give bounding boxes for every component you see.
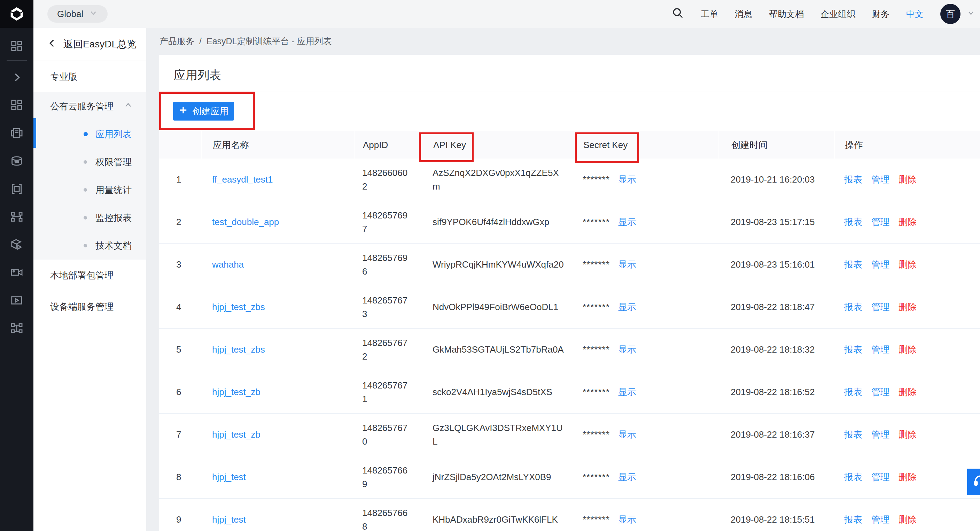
- cell-created-time: 2019-08-22 18:16:52: [719, 371, 834, 413]
- nav-enterprise[interactable]: 企业组织: [821, 8, 855, 20]
- baidu-cloud-logo[interactable]: [0, 0, 33, 28]
- delete-link[interactable]: 删除: [899, 258, 916, 271]
- delete-link[interactable]: 删除: [899, 216, 916, 228]
- delete-link[interactable]: 删除: [899, 174, 916, 186]
- sidebar-item-usage-stats[interactable]: 用量统计: [33, 176, 146, 204]
- report-link[interactable]: 报表: [844, 301, 862, 313]
- nav-help-docs[interactable]: 帮助文档: [769, 8, 804, 20]
- camera-icon[interactable]: [0, 258, 33, 286]
- report-link[interactable]: 报表: [844, 216, 862, 228]
- server-icon[interactable]: [0, 119, 33, 147]
- cell-index: 9: [159, 499, 201, 531]
- sidebar-item-app-list[interactable]: 应用列表: [33, 120, 146, 148]
- cell-operations: 报表管理删除: [834, 456, 980, 498]
- create-app-button[interactable]: 创建应用: [173, 102, 234, 121]
- table-row: 2test_double_app1482657697sif9YPOK6Uf4f4…: [159, 201, 980, 244]
- cell-secret-key: *******显示: [574, 414, 719, 456]
- show-secret-link[interactable]: 显示: [618, 301, 636, 313]
- show-secret-link[interactable]: 显示: [618, 174, 636, 186]
- cell-api-key: NdvOkPPl949FoiBrW6eOoDL1: [422, 286, 574, 328]
- sidebar-item-device-service[interactable]: 设备端服务管理: [33, 291, 146, 322]
- app-name-link[interactable]: hjpj_test_zb: [212, 387, 261, 397]
- collapse-chevron-right-icon[interactable]: [0, 64, 33, 91]
- report-link[interactable]: 报表: [844, 513, 862, 526]
- report-link[interactable]: 报表: [844, 429, 862, 441]
- app-name-link[interactable]: hjpj_test_zbs: [212, 344, 265, 355]
- show-secret-link[interactable]: 显示: [618, 258, 636, 271]
- delete-link[interactable]: 删除: [899, 471, 916, 483]
- console-grid-icon[interactable]: [0, 91, 33, 119]
- delete-link[interactable]: 删除: [899, 513, 916, 526]
- delete-link[interactable]: 删除: [899, 429, 916, 441]
- show-secret-link[interactable]: 显示: [618, 429, 636, 441]
- chevron-down-icon: [89, 8, 98, 20]
- cell-created-time: 2019-08-23 15:16:01: [719, 244, 834, 286]
- cell-api-key: WriypRCqjKHmKYW4uWXqfa20: [422, 244, 574, 286]
- app-name-link[interactable]: test_double_app: [212, 217, 279, 228]
- sidebar: 返回EasyDL总览 专业版 公有云服务管理 应用列表 权限管理 用量统计 监控…: [33, 28, 146, 531]
- app-name-link[interactable]: hjpj_test: [212, 472, 246, 483]
- network-icon[interactable]: [0, 314, 33, 342]
- sidebar-item-tech-docs[interactable]: 技术文档: [33, 232, 146, 260]
- show-secret-link[interactable]: 显示: [618, 471, 636, 483]
- report-link[interactable]: 报表: [844, 344, 862, 356]
- back-to-easydl-overview[interactable]: 返回EasyDL总览: [33, 28, 146, 61]
- created-time-value: 2019-08-22 18:16:37: [731, 429, 815, 440]
- sidebar-item-monitor-reports[interactable]: 监控报表: [33, 204, 146, 232]
- sidebar-item-local-deploy-pkg[interactable]: 本地部署包管理: [33, 260, 146, 291]
- cell-api-key: jNrZSjlDa5y2OAt2MsLYX0B9: [422, 456, 574, 498]
- report-link[interactable]: 报表: [844, 386, 862, 398]
- manage-link[interactable]: 管理: [871, 216, 889, 228]
- report-link[interactable]: 报表: [844, 258, 862, 271]
- manage-link[interactable]: 管理: [871, 429, 889, 441]
- cell-api-key: AzSZnqX2DXGv0pxX1qZZE5Xm: [422, 158, 574, 201]
- page-title: 应用列表: [174, 67, 221, 83]
- show-secret-link[interactable]: 显示: [618, 216, 636, 228]
- avatar[interactable]: 百: [940, 4, 961, 24]
- manage-link[interactable]: 管理: [871, 344, 889, 356]
- avatar-chevron-down-icon[interactable]: [967, 9, 975, 19]
- delete-link[interactable]: 删除: [899, 301, 916, 313]
- app-name-link[interactable]: ff_easydl_test1: [212, 174, 273, 185]
- search-icon[interactable]: [671, 6, 684, 21]
- sidebar-item-permission-mgmt[interactable]: 权限管理: [33, 148, 146, 176]
- manage-link[interactable]: 管理: [871, 258, 889, 271]
- api-key-value: scko2V4AH1Iya5wjS4sD5tXS: [433, 385, 566, 399]
- header-app-name: 应用名称: [201, 131, 354, 158]
- support-float-button[interactable]: [967, 469, 980, 495]
- nav-work-orders[interactable]: 工单: [701, 8, 718, 20]
- nav-language[interactable]: 中文: [906, 8, 924, 20]
- nav-finance[interactable]: 财务: [872, 8, 889, 20]
- breadcrumb-product-services[interactable]: 产品服务: [159, 35, 194, 47]
- app-name-link[interactable]: hjpj_test_zbs: [212, 302, 265, 313]
- manage-link[interactable]: 管理: [871, 301, 889, 313]
- sidebar-group-header[interactable]: 公有云服务管理: [33, 92, 146, 120]
- frame-capture-icon[interactable]: [0, 175, 33, 203]
- manage-link[interactable]: 管理: [871, 513, 889, 526]
- manage-link[interactable]: 管理: [871, 386, 889, 398]
- api-key-value: jNrZSjlDa5y2OAt2MsLYX0B9: [433, 470, 566, 484]
- report-link[interactable]: 报表: [844, 471, 862, 483]
- app-name-link[interactable]: hjpj_test_zb: [212, 429, 261, 440]
- delete-link[interactable]: 删除: [899, 386, 916, 398]
- manage-link[interactable]: 管理: [871, 471, 889, 483]
- data-sync-icon[interactable]: [0, 147, 33, 175]
- delete-link[interactable]: 删除: [899, 344, 916, 356]
- show-secret-link[interactable]: 显示: [618, 386, 636, 398]
- region-selector[interactable]: Global: [47, 5, 108, 22]
- cell-secret-key: *******显示: [574, 201, 719, 243]
- app-name-link[interactable]: wahaha: [212, 259, 244, 270]
- app-name-link[interactable]: hjpj_test: [212, 514, 246, 525]
- overview-grid-icon[interactable]: [0, 32, 33, 60]
- show-secret-link[interactable]: 显示: [618, 344, 636, 356]
- video-play-icon[interactable]: [0, 286, 33, 314]
- box-3d-icon[interactable]: [0, 231, 33, 258]
- pipeline-icon[interactable]: [0, 203, 33, 231]
- header-secret-key: Secret Key: [574, 131, 719, 158]
- show-secret-link[interactable]: 显示: [618, 513, 636, 526]
- sidebar-item-pro-edition[interactable]: 专业版: [33, 61, 146, 92]
- report-link[interactable]: 报表: [844, 174, 862, 186]
- cell-app-name: hjpj_test_zbs: [201, 328, 354, 371]
- nav-messages[interactable]: 消息: [735, 8, 752, 20]
- manage-link[interactable]: 管理: [871, 174, 889, 186]
